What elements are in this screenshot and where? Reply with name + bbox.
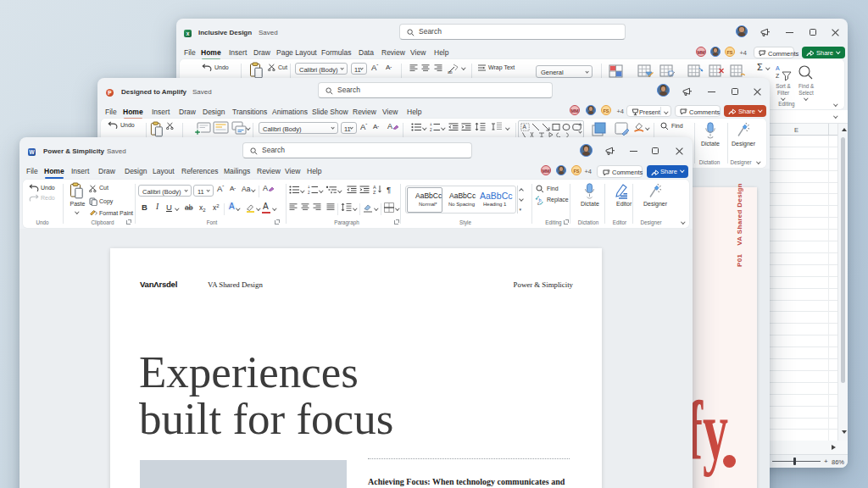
- svg-text:Z: Z: [776, 73, 780, 79]
- svg-text:Z: Z: [373, 190, 376, 194]
- svg-text:A: A: [776, 65, 780, 71]
- svg-text:A: A: [522, 124, 526, 130]
- svg-text:ab: ab: [448, 69, 453, 75]
- svg-text:2: 2: [430, 128, 432, 131]
- svg-text:c: c: [537, 201, 540, 206]
- svg-text:1: 1: [308, 186, 310, 189]
- svg-text:1: 1: [430, 123, 432, 126]
- svg-text:2: 2: [308, 191, 310, 194]
